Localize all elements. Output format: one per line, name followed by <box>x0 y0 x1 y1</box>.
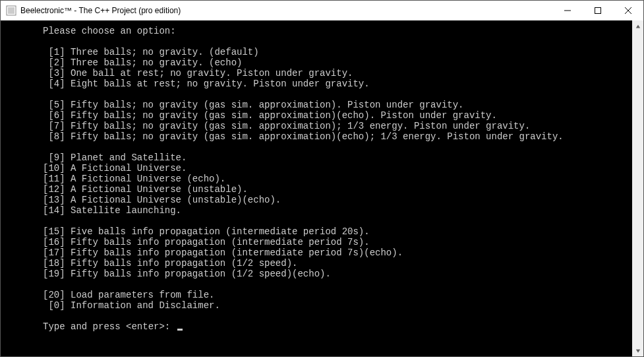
close-button[interactable] <box>613 1 643 20</box>
text-cursor <box>177 329 183 331</box>
menu-option: [10] A Fictional Universe. <box>43 163 626 174</box>
scroll-up-button[interactable] <box>632 20 643 32</box>
window-title: Beelectronic™ - The C++ Project (pro edi… <box>20 6 552 15</box>
prompt-text: Type and press <enter>: <box>43 321 176 332</box>
menu-option: [0] Information and Disclaimer. <box>43 300 626 311</box>
window-controls <box>552 1 643 20</box>
menu-option: [9] Planet and Satellite. <box>43 152 626 163</box>
console-output[interactable]: Please choose an option: [1] Three balls… <box>1 20 632 356</box>
menu-option: [1] Three balls; no gravity. (default) <box>43 47 626 57</box>
menu-option: [13] A Fictional Universe (unstable)(ech… <box>43 195 626 205</box>
menu-option: [16] Fifty balls info propagation (inter… <box>43 237 626 247</box>
menu-option: [12] A Fictional Universe (unstable). <box>43 184 626 195</box>
vertical-scrollbar[interactable] <box>632 20 643 356</box>
menu-option: [11] A Fictional Universe (echo). <box>43 174 626 184</box>
menu-option: [2] Three balls; no gravity. (echo) <box>43 57 626 68</box>
menu-option: [18] Fifty balls info propagation (1/2 s… <box>43 258 626 269</box>
app-icon <box>6 5 16 16</box>
blank-line <box>43 216 626 226</box>
menu-option: [19] Fifty balls info propagation (1/2 s… <box>43 269 626 279</box>
blank-line <box>43 89 626 100</box>
window-titlebar: Beelectronic™ - The C++ Project (pro edi… <box>1 1 643 20</box>
blank-line <box>43 311 626 321</box>
svg-rect-3 <box>595 8 601 14</box>
blank-line <box>43 142 626 152</box>
scroll-down-button[interactable] <box>632 345 643 356</box>
menu-option: [17] Fifty balls info propagation (inter… <box>43 247 626 258</box>
menu-option: [20] Load parameters from file. <box>43 290 626 300</box>
svg-rect-1 <box>8 7 15 14</box>
console-header: Please choose an option: <box>43 26 626 36</box>
minimize-button[interactable] <box>552 1 583 20</box>
menu-option: [4] Eight balls at rest; no gravity. Pis… <box>43 79 626 89</box>
maximize-button[interactable] <box>583 1 613 20</box>
console-area: Please choose an option: [1] Three balls… <box>1 20 643 356</box>
menu-option: [3] One ball at rest; no gravity. Piston… <box>43 68 626 79</box>
menu-option: [5] Fifty balls; no gravity (gas sim. ap… <box>43 100 626 110</box>
blank-line <box>43 279 626 290</box>
svg-marker-6 <box>635 24 639 28</box>
scroll-track[interactable] <box>632 32 643 345</box>
input-prompt[interactable]: Type and press <enter>: <box>43 321 626 332</box>
svg-marker-7 <box>635 349 639 352</box>
menu-option: [15] Five balls info propagation (interm… <box>43 226 626 237</box>
menu-option: [6] Fifty balls; no gravity (gas sim. ap… <box>43 110 626 121</box>
menu-option: [7] Fifty balls; no gravity (gas sim. ap… <box>43 121 626 131</box>
menu-option: [8] Fifty balls; no gravity (gas sim. ap… <box>43 131 626 142</box>
blank-line <box>43 36 626 47</box>
menu-option: [14] Satellite launching. <box>43 205 626 216</box>
